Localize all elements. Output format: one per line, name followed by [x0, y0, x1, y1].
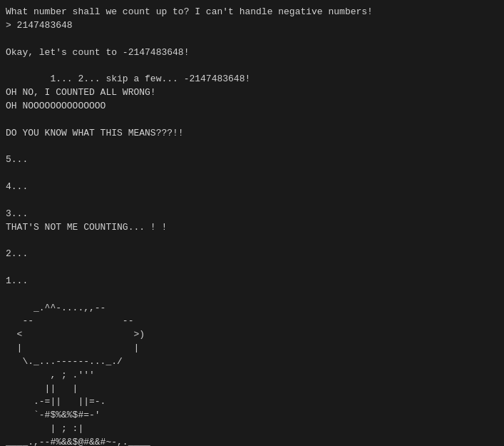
terminal-output: What number shall we count up to? I can'…: [6, 6, 498, 446]
terminal-window: What number shall we count up to? I can'…: [6, 6, 498, 446]
